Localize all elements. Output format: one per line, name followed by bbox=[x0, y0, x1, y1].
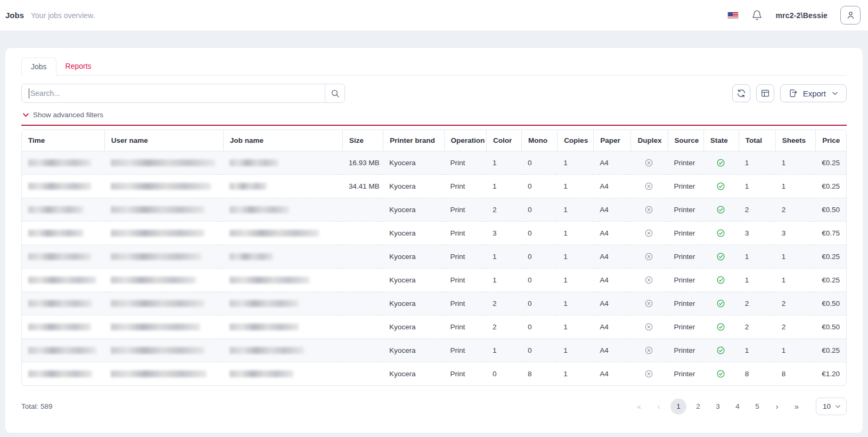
cell-paper: A4 bbox=[593, 268, 630, 292]
table-row[interactable]: 34.41 MBKyoceraPrint101A4Printer11€0.25 bbox=[22, 174, 846, 198]
cell-total: 1 bbox=[739, 245, 775, 268]
tab-jobs-label: Jobs bbox=[31, 62, 47, 71]
column-header-source[interactable]: Source bbox=[668, 130, 703, 151]
cell-copies: 1 bbox=[557, 268, 593, 292]
refresh-icon bbox=[736, 88, 746, 98]
top-bar: Jobs Your jobs overview. mrc2-2\Bessie bbox=[0, 0, 868, 30]
column-header-sheets[interactable]: Sheets bbox=[775, 130, 815, 151]
table-row[interactable]: KyoceraPrint101A4Printer11€0.25 bbox=[22, 338, 846, 362]
page-number-3[interactable]: 3 bbox=[710, 399, 726, 415]
cell-time bbox=[22, 245, 104, 268]
prev-page-button[interactable]: ‹ bbox=[651, 399, 667, 415]
table-columns-icon bbox=[760, 88, 770, 98]
cell-size bbox=[342, 338, 383, 362]
page-number-1[interactable]: 1 bbox=[670, 399, 686, 415]
column-header-printer-brand[interactable]: Printer brand bbox=[383, 130, 444, 151]
column-header-mono[interactable]: Mono bbox=[521, 130, 557, 151]
duplex-off-icon bbox=[644, 322, 653, 331]
table-row[interactable]: KyoceraPrint301A4Printer33€0.75 bbox=[22, 221, 846, 245]
column-header-time[interactable]: Time bbox=[22, 130, 104, 151]
cell-color: 1 bbox=[486, 151, 521, 174]
advanced-filters-toggle[interactable]: Show advanced filters bbox=[22, 111, 847, 119]
cell-mono: 0 bbox=[521, 338, 557, 362]
tab-jobs[interactable]: Jobs bbox=[21, 58, 56, 76]
search-button[interactable] bbox=[325, 84, 345, 102]
cell-sheets: 2 bbox=[775, 315, 815, 338]
total-count-label: Total: 589 bbox=[21, 402, 53, 410]
page-size-select[interactable]: 10 bbox=[816, 398, 847, 415]
column-header-paper[interactable]: Paper bbox=[593, 130, 630, 151]
column-settings-button[interactable] bbox=[756, 84, 774, 102]
table-row[interactable]: KyoceraPrint201A4Printer22€0.50 bbox=[22, 198, 846, 221]
cell-source: Printer bbox=[668, 221, 703, 245]
cell-user-name bbox=[104, 221, 223, 245]
export-button[interactable]: Export bbox=[780, 84, 847, 102]
cell-mono: 0 bbox=[521, 315, 557, 338]
table-row[interactable]: KyoceraPrint081A4Printer88€1.20 bbox=[22, 362, 846, 385]
refresh-button[interactable] bbox=[732, 84, 750, 102]
redacted-time bbox=[28, 370, 92, 377]
cell-color: 1 bbox=[486, 338, 521, 362]
redacted-job-name bbox=[230, 230, 319, 237]
column-header-user-name[interactable]: User name bbox=[104, 130, 223, 151]
table-row[interactable]: KyoceraPrint201A4Printer22€0.50 bbox=[22, 292, 846, 315]
column-header-operation[interactable]: Operation bbox=[444, 130, 486, 151]
jobs-table-wrap: TimeUser nameJob nameSizePrinter brandOp… bbox=[21, 130, 847, 386]
cell-time bbox=[22, 174, 104, 198]
cell-color: 0 bbox=[486, 362, 521, 385]
chevron-down-icon bbox=[22, 111, 29, 118]
search-input[interactable] bbox=[22, 84, 325, 102]
cell-time bbox=[22, 292, 104, 315]
table-row[interactable]: KyoceraPrint101A4Printer11€0.25 bbox=[22, 268, 846, 292]
cell-source: Printer bbox=[668, 151, 703, 174]
cell-mono: 0 bbox=[521, 151, 557, 174]
cell-job-name bbox=[223, 362, 342, 385]
cell-user-name bbox=[104, 151, 223, 174]
page-number-5[interactable]: 5 bbox=[749, 399, 765, 415]
search-icon bbox=[330, 88, 340, 99]
next-page-button[interactable]: › bbox=[769, 399, 785, 415]
user-icon bbox=[846, 10, 856, 20]
column-header-price[interactable]: Price bbox=[815, 130, 846, 151]
column-header-total[interactable]: Total bbox=[739, 130, 775, 151]
redacted-time bbox=[28, 159, 91, 166]
column-header-color[interactable]: Color bbox=[486, 130, 521, 151]
cell-color: 2 bbox=[486, 198, 521, 221]
column-header-copies[interactable]: Copies bbox=[557, 130, 593, 151]
page-number-4[interactable]: 4 bbox=[730, 399, 746, 415]
advanced-filters-label: Show advanced filters bbox=[33, 111, 103, 119]
state-success-icon bbox=[716, 229, 725, 238]
cell-color: 2 bbox=[486, 315, 521, 338]
cell-state bbox=[703, 245, 739, 268]
redacted-user-name bbox=[111, 370, 207, 377]
user-menu-button[interactable] bbox=[840, 6, 861, 25]
cell-user-name bbox=[104, 362, 223, 385]
column-header-job-name[interactable]: Job name bbox=[223, 130, 342, 151]
table-row[interactable]: KyoceraPrint201A4Printer22€0.50 bbox=[22, 315, 846, 338]
cell-source: Printer bbox=[668, 198, 703, 221]
last-page-button[interactable]: » bbox=[789, 399, 805, 415]
table-row[interactable]: 16.93 MBKyoceraPrint101A4Printer11€0.25 bbox=[22, 151, 846, 174]
language-flag-icon[interactable] bbox=[727, 12, 739, 19]
table-row[interactable]: KyoceraPrint101A4Printer11€0.25 bbox=[22, 245, 846, 268]
column-header-state[interactable]: State bbox=[703, 130, 739, 151]
cell-duplex bbox=[630, 362, 667, 385]
column-header-duplex[interactable]: Duplex bbox=[630, 130, 667, 151]
cell-sheets: 1 bbox=[775, 268, 815, 292]
cell-job-name bbox=[223, 151, 342, 174]
redacted-job-name bbox=[230, 253, 273, 260]
cell-job-name bbox=[223, 338, 342, 362]
cell-mono: 0 bbox=[521, 174, 557, 198]
state-success-icon bbox=[716, 158, 725, 167]
tab-reports[interactable]: Reports bbox=[56, 58, 101, 75]
page-number-2[interactable]: 2 bbox=[690, 399, 706, 415]
duplex-off-icon bbox=[644, 252, 653, 261]
export-icon bbox=[788, 88, 798, 98]
first-page-button[interactable]: « bbox=[631, 399, 647, 415]
state-success-icon bbox=[716, 205, 725, 214]
cell-copies: 1 bbox=[557, 362, 593, 385]
cell-copies: 1 bbox=[557, 221, 593, 245]
column-header-size[interactable]: Size bbox=[342, 130, 383, 151]
redacted-job-name bbox=[230, 206, 289, 213]
notifications-bell-icon[interactable] bbox=[751, 10, 763, 21]
